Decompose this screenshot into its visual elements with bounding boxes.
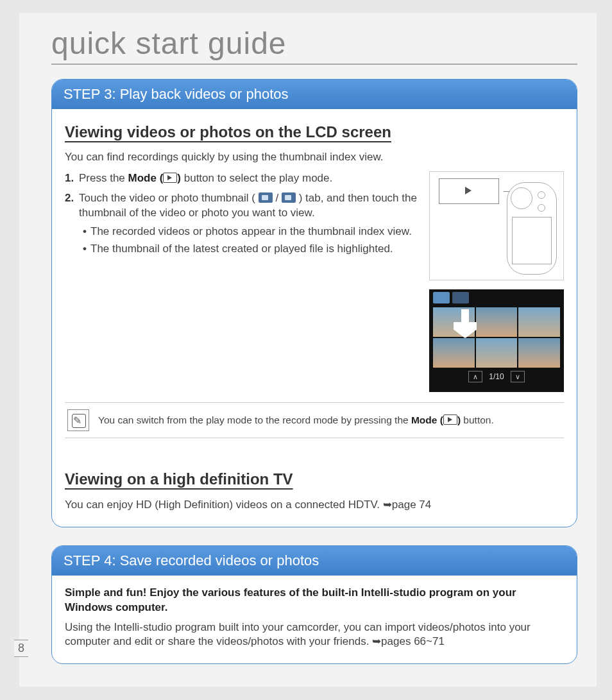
page-reference: ➥page 74 [383, 499, 431, 511]
photo-tab [452, 292, 469, 303]
play-mode-icon [163, 173, 177, 183]
section1-heading: Viewing videos or photos on the LCD scre… [65, 122, 564, 142]
page-down-icon: ∨ [511, 371, 525, 382]
step3-header: STEP 3: Play back videos or photos [52, 80, 577, 109]
camera-lcd [512, 217, 552, 264]
note-text: You can switch from the play mode to the… [98, 414, 494, 427]
video-tab [433, 292, 450, 303]
page-number: 8 [14, 640, 28, 657]
bullet1: The recorded videos or photos appear in … [90, 225, 412, 239]
callout-play-icon [439, 178, 499, 204]
video-tab-icon [259, 192, 273, 203]
thumbnail-cell [433, 338, 475, 368]
item2-number: 2. [65, 191, 79, 259]
photo-tab-icon [282, 192, 296, 203]
bullet2: The thumbnail of the latest created or p… [90, 242, 393, 257]
thumbnail-screen: ∧ 1/10 ∨ [429, 289, 564, 392]
thumbnail-cell [518, 338, 560, 368]
step4-header: STEP 4: Save recorded videos or photos [52, 546, 577, 576]
item2-text: Touch the video or photo thumbnail ( / )… [79, 191, 419, 259]
section2-text: You can enjoy HD (High Definition) video… [65, 498, 564, 513]
page-title: quick start guide [51, 26, 577, 65]
pagination-label: 1/10 [489, 371, 504, 382]
thumbnail-cell [476, 338, 518, 368]
item1-text: Press the Mode () button to select the p… [79, 171, 419, 186]
page-reference: ➥pages 66~71 [372, 635, 445, 647]
thumbnail-cell [518, 307, 560, 337]
note-row: You can switch from the play mode to the… [65, 402, 564, 438]
step4-body: Simple and fun! Enjoy the various featur… [52, 576, 577, 664]
page-container: quick start guide STEP 3: Play back vide… [19, 13, 597, 687]
note-icon [67, 409, 89, 431]
device-diagram [429, 171, 564, 280]
item1-number: 1. [65, 171, 79, 186]
section1-intro: You can find recordings quickly by using… [65, 150, 564, 165]
step3-body: Viewing videos or photos on the LCD scre… [52, 109, 577, 527]
thumbnail-cell [476, 307, 518, 337]
step4-text: Using the Intelli-studio program built i… [65, 620, 564, 650]
page-up-icon: ∧ [468, 371, 482, 382]
instruction-list: 1. Press the Mode () button to select th… [65, 171, 419, 392]
step4-bold-intro: Simple and fun! Enjoy the various featur… [65, 586, 564, 615]
section2-heading: Viewing on a high definition TV [65, 469, 564, 490]
step3-card: STEP 3: Play back videos or photos Viewi… [51, 79, 577, 527]
diagram-column: ∧ 1/10 ∨ [429, 171, 564, 392]
play-mode-icon [443, 414, 457, 425]
step4-card: STEP 4: Save recorded videos or photos S… [51, 545, 577, 665]
